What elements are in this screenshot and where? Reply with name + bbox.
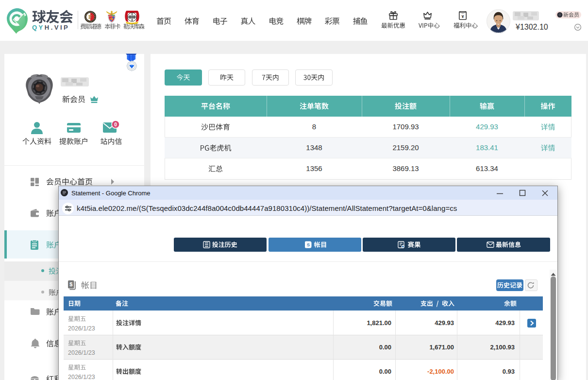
svg-text:S: S [307,242,310,247]
svg-text:$: $ [69,281,72,287]
